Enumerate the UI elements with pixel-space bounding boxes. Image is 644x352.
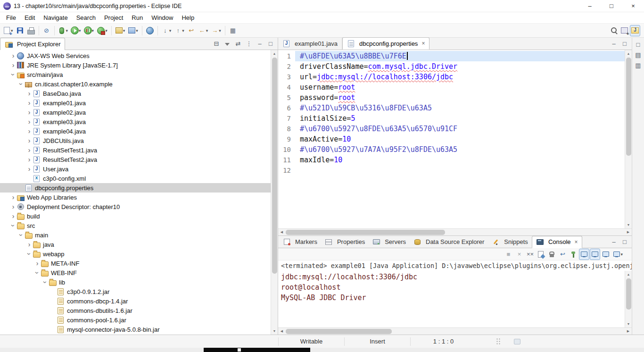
tree-item-web-app-libraries[interactable]: ›Web App Libraries	[0, 193, 271, 202]
tree-item-cn-iticast-chapter10-example[interactable]: ›cn.iticast.chapter10.example	[0, 79, 271, 89]
twistie-collapsed-icon[interactable]: ›	[10, 62, 17, 68]
dropdown-arrow-icon[interactable]: ▾	[66, 28, 68, 33]
next-annotation-button[interactable]: ↓▾	[160, 25, 173, 36]
twistie-collapsed-icon[interactable]: ›	[26, 166, 33, 172]
new-java-ee-wizard-button[interactable]: ▾	[114, 25, 127, 36]
dropdown-arrow-icon[interactable]: ▾	[182, 28, 184, 33]
twistie-collapsed-icon[interactable]: ›	[10, 52, 17, 59]
snippets-view-shortcut-button[interactable]: ▥	[633, 60, 643, 70]
collapse-all-button[interactable]: ⊟	[211, 38, 222, 50]
skip-all-breakpoints-button[interactable]: ⊘	[41, 25, 52, 36]
link-with-editor-button[interactable]: ⇄	[233, 38, 243, 50]
background-jobs-indicator[interactable]	[514, 339, 520, 344]
view-tab-markers[interactable]: Markers	[279, 236, 321, 248]
view-tab-servers[interactable]: Servers	[369, 236, 410, 248]
dropdown-arrow-icon[interactable]: ▾	[620, 252, 623, 257]
scroll-down-icon[interactable]: ▼	[625, 320, 632, 327]
tree-item-src[interactable]: ›src	[0, 221, 271, 230]
scroll-left-icon[interactable]: ◀	[278, 229, 285, 236]
editor-line-text[interactable]: username=root	[295, 82, 625, 92]
maximize-editor-button[interactable]: □	[619, 38, 630, 50]
tree-item-mysql-connector-java-5-0-8-bin-jar[interactable]: mysql-connector-java-5.0.8-bin.jar	[0, 325, 271, 334]
tree-item-example04-java[interactable]: ›example04.java	[0, 126, 271, 136]
twistie-collapsed-icon[interactable]: ›	[26, 241, 33, 248]
twistie-collapsed-icon[interactable]: ›	[26, 147, 33, 153]
editor-line-text[interactable]: #\u521D\u59CB\u5316\u8FDE\u63A5	[295, 103, 625, 113]
editor-line-text[interactable]: #\u6700\u5927\u7A7A\u95F2\u8FDE\u63A5	[295, 144, 625, 155]
dropdown-arrow-icon[interactable]: ▾	[105, 28, 107, 33]
minimize-button[interactable]: –	[579, 0, 601, 12]
display-selected-console-button[interactable]	[601, 249, 611, 260]
outline-view-shortcut-button[interactable]: ▤	[633, 50, 643, 59]
tree-item-example03-java[interactable]: ›example03.java	[0, 117, 271, 126]
editor-line-text[interactable]: password=root	[295, 92, 625, 103]
tree-item-jre-system-library-javase-1-7[interactable]: ›JRE System Library [JavaSE-1.7]	[0, 60, 271, 70]
twistie-collapsed-icon[interactable]: ›	[26, 90, 33, 97]
open-perspective-button[interactable]	[619, 25, 629, 36]
dropdown-arrow-icon[interactable]: ▾	[169, 28, 172, 33]
tree-item-meta-inf[interactable]: ›META-INF	[0, 259, 271, 268]
open-web-browser-button[interactable]	[145, 25, 155, 36]
remove-all-terminated-button[interactable]: ××	[525, 249, 535, 260]
minimize-editor-button[interactable]: –	[609, 38, 619, 50]
tree-item-jdbcutils-java[interactable]: ›JDBCUtils.java	[0, 136, 271, 145]
forward-button[interactable]: →▾	[210, 25, 223, 36]
view-tab-snippets[interactable]: Snippets	[488, 236, 532, 248]
filter-button[interactable]	[222, 38, 232, 50]
tree-item-basedao-java[interactable]: ›BaseDao.java	[0, 89, 271, 98]
editor-tab-example01-java[interactable]: example01.java	[278, 37, 342, 50]
tree-item-webapp[interactable]: ›webapp	[0, 249, 271, 259]
scroll-right-icon[interactable]: ▶	[625, 229, 632, 236]
last-edit-location-button[interactable]: ↩	[186, 25, 197, 36]
tree-item-src-main-java[interactable]: ›src/main/java	[0, 70, 271, 79]
twistie-collapsed-icon[interactable]: ›	[26, 118, 33, 125]
twistie-expanded-icon[interactable]: ›	[26, 251, 33, 257]
find-actions-button[interactable]	[608, 25, 619, 36]
view-tab-console[interactable]: Console×	[532, 236, 582, 248]
editor-line-text[interactable]	[295, 165, 625, 176]
project-tree-scrollbar[interactable]: ▲ ▼	[271, 50, 278, 335]
menu-window[interactable]: Window	[147, 12, 177, 23]
java-ee-perspective-button[interactable]	[630, 25, 640, 36]
show-console-on-stdout-button[interactable]	[579, 249, 589, 260]
twistie-expanded-icon[interactable]: ›	[18, 81, 25, 87]
tree-item-build[interactable]: ›build	[0, 211, 271, 221]
dropdown-arrow-icon[interactable]: ▾	[219, 28, 221, 33]
dropdown-arrow-icon[interactable]: ▾	[92, 28, 94, 33]
run-external-tools-button[interactable]: ▾	[96, 25, 109, 36]
show-console-on-stderr-button[interactable]	[590, 249, 600, 260]
tree-item-main[interactable]: ›main	[0, 230, 271, 240]
tree-item-example02-java[interactable]: ›example02.java	[0, 108, 271, 117]
scroll-down-icon[interactable]: ▼	[625, 221, 632, 228]
scroll-lock-button[interactable]	[546, 249, 557, 260]
twistie-collapsed-icon[interactable]: ›	[10, 194, 17, 201]
minimize-view-button[interactable]: –	[255, 38, 265, 50]
scroll-up-icon[interactable]: ▲	[625, 271, 632, 278]
coverage-button[interactable]: ▾	[83, 25, 96, 36]
scrollbar-thumb[interactable]	[272, 58, 277, 274]
menu-file[interactable]: File	[2, 12, 20, 23]
console-horizontal-scrollbar[interactable]: ◀ ▶	[278, 327, 632, 335]
tree-item-web-inf[interactable]: ›WEB-INF	[0, 268, 271, 277]
menu-navigate[interactable]: Navigate	[39, 12, 72, 23]
dropdown-arrow-icon[interactable]: ▾	[206, 28, 208, 33]
pin-console-button[interactable]	[568, 249, 578, 260]
tree-item-c3p0-0-9-1-2-jar[interactable]: c3p0-0.9.1.2.jar	[0, 287, 271, 296]
tab-project-explorer[interactable]: Project Explorer	[0, 38, 65, 50]
scroll-up-icon[interactable]: ▲	[271, 50, 278, 57]
tree-item-resultsettest1-java[interactable]: ›ResultSetTest1.java	[0, 145, 271, 155]
menu-run[interactable]: Run	[127, 12, 147, 23]
tree-item-java[interactable]: ›java	[0, 240, 271, 249]
twistie-collapsed-icon[interactable]: ›	[26, 100, 33, 106]
twistie-collapsed-icon[interactable]: ›	[26, 137, 33, 144]
menu-edit[interactable]: Edit	[20, 12, 39, 23]
print-button[interactable]	[26, 25, 36, 36]
editor-vertical-scrollbar[interactable]: ▲ ▼	[625, 50, 632, 228]
twistie-expanded-icon[interactable]: ›	[42, 279, 49, 285]
editor-line-text[interactable]: maxIdle=10	[295, 155, 625, 165]
maximize-view-button[interactable]: □	[265, 38, 276, 50]
terminate-button[interactable]: ■	[503, 249, 513, 260]
close-tab-icon[interactable]: ×	[575, 239, 578, 245]
dropdown-arrow-icon[interactable]: ▾	[136, 28, 138, 33]
scroll-down-icon[interactable]: ▼	[271, 327, 278, 335]
